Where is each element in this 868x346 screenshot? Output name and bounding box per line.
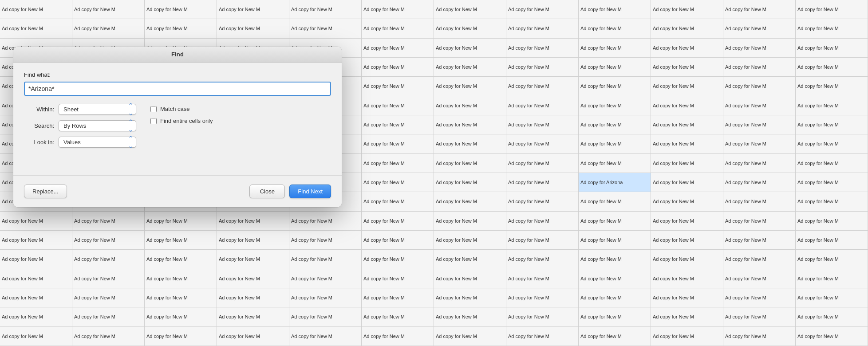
dialog-overlay: Find Find what: Within: Sheet <box>0 0 868 346</box>
match-case-label: Match case <box>160 106 189 112</box>
look-in-select[interactable]: Values Formulas Notes <box>59 137 136 148</box>
look-in-row: Look in: Values Formulas Notes ⌃⌄ <box>24 137 136 148</box>
within-select[interactable]: Sheet Workbook <box>59 104 136 115</box>
options-area: Within: Sheet Workbook ⌃⌄ Search: <box>24 104 331 148</box>
search-select[interactable]: By Rows By Columns <box>59 120 136 131</box>
find-what-input[interactable] <box>24 82 331 96</box>
find-entire-cells-label: Find entire cells only <box>160 118 213 124</box>
dialog-body: Find what: Within: Sheet Workbook <box>13 63 342 166</box>
find-entire-cells-row[interactable]: Find entire cells only <box>150 118 213 124</box>
right-options: Match case Find entire cells only <box>150 104 213 124</box>
footer-right-buttons: Close Find Next <box>249 185 331 198</box>
dialog-footer: Replace... Close Find Next <box>13 175 342 207</box>
match-case-checkbox[interactable] <box>150 106 157 112</box>
replace-button[interactable]: Replace... <box>24 185 67 198</box>
search-label: Search: <box>24 122 54 129</box>
within-row: Within: Sheet Workbook ⌃⌄ <box>24 104 136 115</box>
look-in-select-wrapper: Values Formulas Notes ⌃⌄ <box>59 137 136 148</box>
left-options: Within: Sheet Workbook ⌃⌄ Search: <box>24 104 136 148</box>
search-select-wrapper: By Rows By Columns ⌃⌄ <box>59 120 136 131</box>
within-label: Within: <box>24 106 54 113</box>
within-select-wrapper: Sheet Workbook ⌃⌄ <box>59 104 136 115</box>
close-button[interactable]: Close <box>249 185 285 198</box>
search-row: Search: By Rows By Columns ⌃⌄ <box>24 120 136 131</box>
dialog-titlebar: Find <box>13 47 342 63</box>
match-case-row[interactable]: Match case <box>150 106 213 112</box>
find-entire-cells-checkbox[interactable] <box>150 118 157 124</box>
find-what-label: Find what: <box>24 71 331 78</box>
find-next-button[interactable]: Find Next <box>289 185 331 198</box>
look-in-label: Look in: <box>24 139 54 145</box>
dialog-title: Find <box>171 51 184 58</box>
find-dialog: Find Find what: Within: Sheet <box>13 47 342 207</box>
